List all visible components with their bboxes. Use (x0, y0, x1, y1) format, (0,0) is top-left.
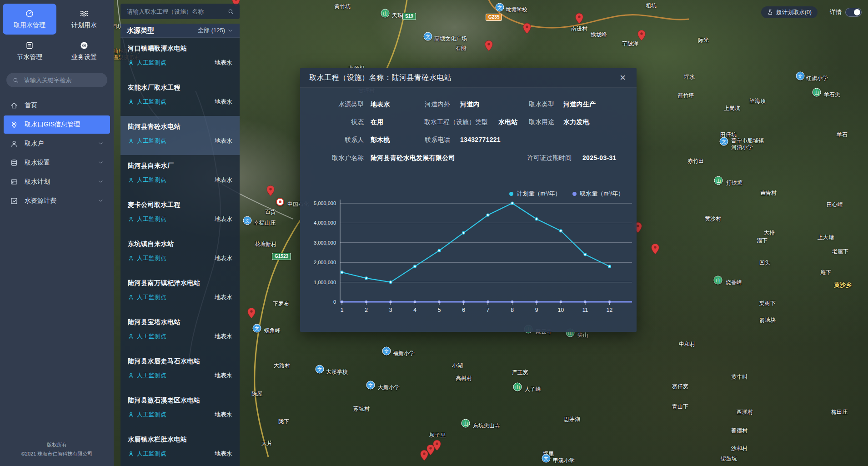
station-list-item[interactable]: 水唇镇水栏肚水电站人工监测点地表水 (120, 429, 240, 466)
over-plan-intake-label: 超计划取水(0) (776, 9, 812, 16)
map-label: 苏坑村 (353, 406, 370, 412)
sidebar-search[interactable] (6, 73, 107, 87)
station-list-item[interactable]: 陆河县激石溪老区水电站人工监测点地表水 (120, 390, 240, 429)
station-list-item[interactable]: 友能水厂取水工程人工监测点地表水 (120, 77, 240, 116)
station-list-item[interactable]: 陆河县青砼水电站人工监测点地表水 (120, 116, 240, 155)
school-marker-icon[interactable]: 文 (496, 3, 504, 12)
sidebar-item-6[interactable]: 水资源计费 (4, 192, 110, 210)
nature-marker-icon[interactable]: 山 (714, 176, 723, 185)
y-axis-tick: 3,000,000 (314, 240, 336, 246)
person-icon (128, 255, 134, 261)
nature-marker-icon[interactable]: 山 (813, 88, 821, 97)
map-label: 老屋下 (832, 249, 848, 255)
map-label: 梨树下 (759, 301, 776, 306)
station-list-item[interactable]: 麦卡公司取水工程人工监测点地表水 (120, 194, 240, 233)
station-list-item[interactable]: 陆河县水唇走马石水电站人工监测点地表水 (120, 351, 240, 390)
person-icon (128, 60, 134, 66)
station-search-input[interactable] (126, 8, 227, 15)
app-button-3[interactable]: 节水管理 (3, 35, 56, 66)
nature-marker-icon[interactable]: 山 (714, 276, 722, 285)
school-marker-icon[interactable]: 文 (424, 32, 432, 41)
station-list-item[interactable]: 陆河县自来水厂人工监测点地表水 (120, 155, 240, 194)
map-label: 西溪村 (737, 409, 753, 415)
close-icon[interactable]: × (618, 72, 627, 84)
legend-item[interactable]: 取水量（m³/年） (572, 190, 624, 198)
sidebar-item-label: 取水户 (25, 140, 44, 148)
map-label: 青山下 (672, 404, 688, 410)
app-button-2[interactable]: 计划用水 (57, 4, 111, 35)
map-pin-icon[interactable] (267, 185, 275, 196)
water-source-value: 地表水 (215, 215, 232, 223)
over-plan-intake-button[interactable]: 超计划取水(0) (761, 6, 818, 18)
school-marker-icon[interactable]: 文 (382, 347, 391, 356)
map-pin-icon[interactable] (421, 450, 428, 461)
station-list-item[interactable]: 陆河县南万镇杞洋水电站人工监测点地表水 (120, 272, 240, 311)
y-axis-tick: 0 (333, 299, 336, 305)
map-label: 芋陂洋 (622, 41, 638, 47)
app-button-4[interactable]: 业务设置 (57, 35, 111, 66)
sidebar-item-3[interactable]: 取水户 (4, 135, 110, 153)
station-list-item[interactable]: 陆河县宝塔水电站人工监测点地表水 (120, 311, 240, 351)
legend-dot-icon (572, 192, 577, 196)
map-pin-icon[interactable] (433, 440, 441, 451)
school-marker-icon[interactable]: 文 (243, 216, 252, 225)
info-label: 许可证过期时间 (481, 154, 572, 162)
sidebar-item-1[interactable]: 首页 (4, 96, 110, 115)
person-icon (128, 177, 134, 183)
map-pin-icon[interactable] (523, 23, 531, 34)
map-pin-icon[interactable] (576, 13, 583, 24)
road-badge: S19 (402, 13, 416, 20)
water-source-value: 地表水 (215, 332, 232, 341)
school-marker-icon[interactable]: 文 (366, 381, 375, 390)
nature-marker-icon[interactable]: 山 (381, 9, 390, 18)
map-label: 打铁塘 (726, 180, 743, 186)
sidebar-item-5[interactable]: 取水计划 (4, 173, 110, 191)
app-button-1[interactable]: 取用水管理 (3, 4, 56, 35)
monitor-type: 人工监测点 (137, 411, 166, 419)
nature-marker-icon[interactable]: 山 (513, 383, 522, 391)
legend-item[interactable]: 计划量（m³/年） (509, 190, 561, 198)
map-label: 善德村 (731, 428, 748, 434)
water-source-filter[interactable]: 全部 (125) (198, 26, 233, 35)
detail-toggle[interactable] (845, 8, 862, 17)
detail-toggle-label: 详情 (830, 8, 842, 16)
school-marker-icon[interactable]: 文 (720, 137, 728, 146)
sidebar-item-label: 首页 (25, 101, 37, 110)
school-marker-icon[interactable]: 文 (796, 72, 805, 80)
map-pin-icon[interactable] (248, 308, 256, 318)
water-source-value: 地表水 (215, 411, 232, 419)
map-pin-icon[interactable] (638, 30, 646, 40)
map-label: 墩塘学校 (506, 7, 527, 13)
monitor-type: 人工监测点 (137, 332, 166, 341)
station-list-item[interactable]: 河口镇唱歌潭水电站人工监测点地表水 (120, 38, 240, 77)
map-label: 陇下 (278, 419, 289, 425)
x-axis-tick: 6 (462, 307, 465, 313)
person-icon (128, 451, 134, 457)
sidebar-item-2[interactable]: 取水口GIS信息管理 (4, 115, 110, 134)
station-name: 陆河县南万镇杞洋水电站 (128, 279, 232, 287)
home-icon (10, 101, 18, 110)
station-list-item[interactable]: 东坑镇自来水站人工监测点地表水 (120, 233, 240, 272)
school-marker-icon[interactable]: 文 (542, 454, 551, 463)
map-label: 螺角峰 (264, 328, 281, 334)
nature-marker-icon[interactable]: 山 (462, 419, 470, 428)
sidebar-item-label: 取水口GIS信息管理 (25, 120, 80, 129)
map-label: 上大塘 (818, 235, 834, 241)
search-icon (227, 8, 234, 15)
school-marker-icon[interactable]: 文 (253, 324, 261, 333)
map-label: 尖山 (577, 332, 588, 338)
station-search[interactable] (120, 4, 240, 19)
info-value: 水力发电 (563, 118, 589, 126)
person-icon (128, 333, 134, 340)
map-pin-icon[interactable] (485, 40, 493, 51)
monitor-type: 人工监测点 (137, 450, 166, 458)
station-detail-modal: 取水工程（设施）名称：陆河县青砼水电站 × 计划量（m³/年）取水量（m³/年）… (300, 68, 637, 332)
map-label: 陈屋 (251, 391, 262, 397)
school-marker-icon[interactable]: 文 (316, 365, 324, 374)
gas-station-marker-icon[interactable] (276, 198, 284, 206)
map-pin-icon[interactable] (652, 244, 659, 254)
sidebar-item-4[interactable]: 取水设置 (4, 154, 110, 172)
info-label: 取水用途 (463, 118, 554, 126)
chart-legend: 计划量（m³/年）取水量（m³/年） (509, 190, 624, 198)
sidebar-search-input[interactable] (23, 76, 105, 84)
